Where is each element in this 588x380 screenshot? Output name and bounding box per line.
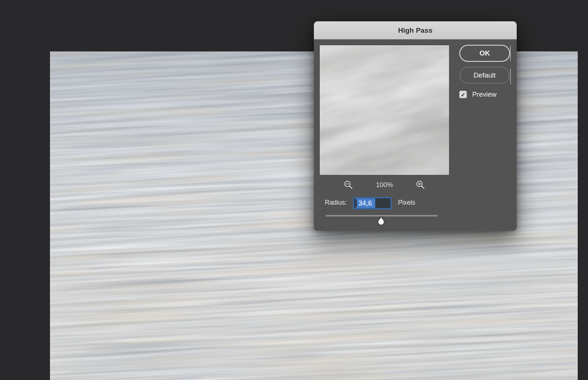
default-button[interactable]: Default — [460, 67, 509, 83]
slider-thumb-icon — [377, 216, 385, 225]
radius-unit-label: Pixels — [398, 199, 415, 207]
radius-value-selected: 34,6 — [356, 198, 375, 208]
magnifier-plus-icon — [416, 180, 425, 190]
high-pass-dialog: High Pass — [314, 21, 517, 231]
magnifier-minus-icon — [344, 180, 353, 190]
radius-label: Radius: — [325, 199, 347, 207]
default-button-label: Default — [473, 71, 495, 79]
preview-checkbox-label: Preview — [472, 90, 496, 98]
photoshop-workspace: High Pass — [0, 0, 588, 380]
zoom-out-button[interactable] — [344, 180, 353, 190]
preview-texture — [320, 45, 449, 175]
text-caret — [356, 200, 357, 207]
radius-value: 34,6 — [358, 199, 372, 207]
zoom-in-button[interactable] — [416, 180, 425, 190]
radius-input[interactable]: 34,6 — [353, 197, 391, 209]
ok-button-edge-tick — [510, 46, 511, 61]
preview-checkbox[interactable]: ✓ — [459, 91, 467, 98]
default-button-edge-tick — [510, 69, 511, 84]
radius-slider-thumb[interactable] — [377, 216, 385, 225]
dialog-title-bar[interactable]: High Pass — [314, 21, 517, 39]
ok-button[interactable]: OK — [459, 45, 510, 62]
filter-preview-thumbnail[interactable] — [319, 45, 449, 175]
checkmark-icon: ✓ — [461, 92, 466, 97]
dialog-title: High Pass — [398, 26, 433, 35]
zoom-level: 100% — [368, 181, 401, 189]
ok-button-label: OK — [480, 49, 490, 57]
